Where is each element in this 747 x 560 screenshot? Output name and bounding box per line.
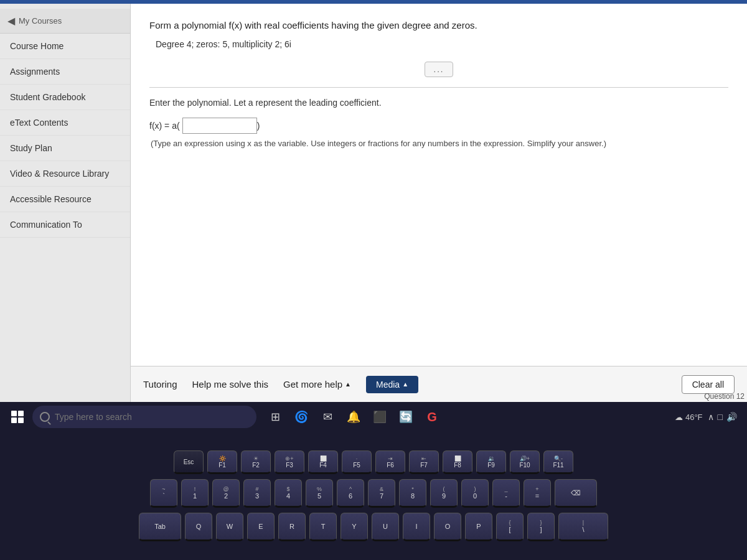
key-f9[interactable]: 🔉 F9 — [476, 450, 506, 474]
key-f3[interactable]: ⊕+ F3 — [275, 450, 304, 474]
key-5[interactable]: %5 — [306, 479, 333, 508]
key-f5[interactable]: · F5 — [342, 450, 372, 474]
taskbar-icon-squares[interactable]: ⊞ — [264, 406, 286, 428]
degree-line: Degree 4; zeros: 5, multiplicity 2; 6i — [149, 39, 728, 49]
speaker-icon[interactable]: 🔊 — [726, 412, 737, 422]
help-me-solve-button[interactable]: Help me solve this — [192, 376, 268, 392]
key-w[interactable]: W — [216, 513, 243, 541]
taskbar-right: ☁ 46°F ∧ □ 🔊 — [675, 412, 742, 422]
key-rbracket[interactable]: }] — [527, 513, 555, 541]
taskbar-icon-edge[interactable]: 🌀 — [290, 406, 312, 428]
taskbar-icon-g[interactable]: G — [421, 406, 443, 428]
key-o[interactable]: O — [434, 513, 461, 541]
sidebar-item-student-gradebook[interactable]: Student Gradebook — [0, 85, 130, 110]
key-i[interactable]: I — [403, 513, 430, 541]
main-key-row-1: ~` !1 @2 #3 $4 %5 ^6 &7 *8 (9 )0 _- += ⌫ — [150, 479, 597, 508]
fx-label: f(x) = a( — [149, 121, 180, 131]
media-chevron-up-icon: ▲ — [402, 381, 408, 388]
key-f8[interactable]: ⬜ F8 — [443, 450, 472, 474]
key-f6[interactable]: ⇥ F6 — [375, 450, 405, 474]
start-button[interactable] — [5, 404, 30, 429]
fx-input[interactable] — [182, 118, 257, 134]
sidebar: ◀ My Courses Course Home Assignments Stu… — [0, 4, 131, 402]
key-8[interactable]: *8 — [399, 479, 426, 508]
key-lbracket[interactable]: {[ — [496, 513, 524, 541]
sidebar-item-course-home[interactable]: Course Home — [0, 34, 130, 59]
sidebar-item-video-resource[interactable]: Video & Resource Library — [0, 161, 130, 187]
key-f2[interactable]: ☀ F2 — [241, 450, 271, 474]
taskbar-icon-bell[interactable]: 🔔 — [342, 406, 365, 428]
question-nav: Question 12 — [704, 392, 745, 401]
fx-close: ) — [257, 121, 260, 131]
chevron-up-icon: ▲ — [345, 381, 351, 388]
key-q[interactable]: Q — [185, 513, 212, 541]
taskbar-app-icons: ⊞ 🌀 ✉ 🔔 ⬛ 🔄 G — [264, 406, 443, 428]
key-f10[interactable]: 🔊+ F10 — [510, 450, 540, 474]
sidebar-item-accessible-resource[interactable]: Accessible Resource — [0, 187, 130, 212]
taskbar-icon-box[interactable]: ⬛ — [369, 406, 391, 428]
key-f4[interactable]: ⬜ F4 — [308, 450, 338, 474]
taskbar-search-area[interactable] — [32, 406, 256, 428]
weather-icon: ☁ — [675, 413, 683, 422]
sidebar-item-communication[interactable]: Communication To — [0, 212, 130, 238]
main-key-row-2: Tab Q W E R T Y U I O P {[ }] |\ — [139, 513, 608, 541]
key-esc[interactable]: Esc — [174, 450, 204, 474]
more-options-button[interactable]: ... — [425, 62, 454, 77]
taskbar-temperature: ☁ 46°F — [675, 413, 702, 422]
search-icon — [40, 412, 50, 422]
key-0[interactable]: )0 — [461, 479, 489, 508]
clear-all-button[interactable]: Clear all — [682, 375, 735, 394]
key-p[interactable]: P — [465, 513, 492, 541]
key-r[interactable]: R — [278, 513, 306, 541]
key-backspace[interactable]: ⌫ — [555, 479, 597, 508]
key-e[interactable]: E — [247, 513, 275, 541]
keyboard-area: Esc 🔆 F1 ☀ F2 ⊕+ F3 ⬜ F4 · F5 ⇥ F6 ⇤ F7 — [0, 432, 747, 560]
separator — [149, 87, 728, 88]
key-2[interactable]: @2 — [212, 479, 240, 508]
key-y[interactable]: Y — [341, 513, 368, 541]
question-area: Form a polynomial f(x) with real coeffic… — [131, 4, 747, 366]
taskbar-system-icons: ∧ □ 🔊 — [708, 412, 737, 422]
sidebar-item-etext-contents[interactable]: eText Contents — [0, 110, 130, 136]
app-container: ◀ My Courses Course Home Assignments Stu… — [0, 4, 747, 402]
key-4[interactable]: $4 — [275, 479, 302, 508]
key-6[interactable]: ^6 — [337, 479, 364, 508]
media-button[interactable]: Media ▲ — [366, 376, 418, 393]
main-content: Form a polynomial f(x) with real coeffic… — [131, 4, 747, 402]
fx-note: (Type an expression using x as the varia… — [151, 139, 728, 148]
key-minus[interactable]: _- — [492, 479, 520, 508]
notification-icon[interactable]: □ — [718, 412, 723, 422]
key-equals[interactable]: += — [524, 479, 551, 508]
sidebar-item-study-plan[interactable]: Study Plan — [0, 136, 130, 161]
key-t[interactable]: T — [309, 513, 337, 541]
windows-icon — [11, 411, 24, 423]
key-f7[interactable]: ⇤ F7 — [409, 450, 439, 474]
sidebar-item-assignments[interactable]: Assignments — [0, 59, 130, 85]
taskbar-icon-mail[interactable]: ✉ — [316, 406, 339, 428]
key-9[interactable]: (9 — [430, 479, 458, 508]
key-f1[interactable]: 🔆 F1 — [207, 450, 237, 474]
key-3[interactable]: #3 — [243, 479, 271, 508]
key-tab[interactable]: Tab — [139, 513, 181, 541]
taskbar-icon-refresh[interactable]: 🔄 — [395, 406, 417, 428]
get-more-help-button[interactable]: Get more help ▲ — [283, 376, 351, 392]
taskbar-search-input[interactable] — [55, 412, 229, 422]
bottom-toolbar: Tutoring Help me solve this Get more hel… — [131, 366, 747, 402]
chevron-up-sys-icon[interactable]: ∧ — [708, 412, 714, 422]
key-backslash[interactable]: |\ — [558, 513, 608, 541]
sidebar-back-label: My Courses — [19, 16, 62, 26]
fn-key-row: Esc 🔆 F1 ☀ F2 ⊕+ F3 ⬜ F4 · F5 ⇥ F6 ⇤ F7 — [174, 450, 573, 474]
taskbar: ⊞ 🌀 ✉ 🔔 ⬛ 🔄 G ☁ 46°F ∧ □ 🔊 — [0, 402, 747, 432]
key-7[interactable]: &7 — [368, 479, 395, 508]
question-title: Form a polynomial f(x) with real coeffic… — [149, 19, 728, 33]
back-icon: ◀ — [7, 15, 15, 27]
fx-row: f(x) = a( ) — [149, 118, 728, 134]
instruction-text: Enter the polynomial. Let a represent th… — [149, 98, 728, 108]
sidebar-back-button[interactable]: ◀ My Courses — [0, 9, 130, 34]
key-1[interactable]: !1 — [181, 479, 209, 508]
more-options-area: ... — [149, 62, 728, 77]
key-u[interactable]: U — [372, 513, 399, 541]
tutoring-button[interactable]: Tutoring — [143, 376, 177, 392]
key-backtick[interactable]: ~` — [150, 479, 177, 508]
key-f11[interactable]: 🔍- F11 — [543, 450, 573, 474]
